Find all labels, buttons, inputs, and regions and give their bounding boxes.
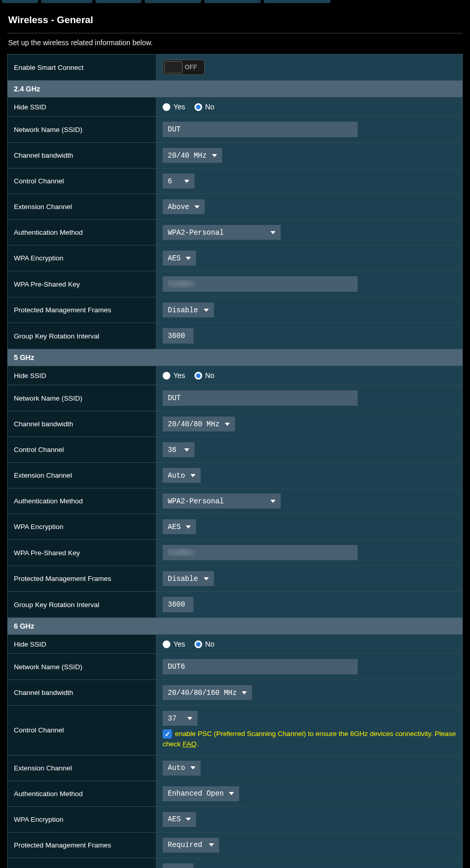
auth-label-24: Authentication Method	[8, 220, 156, 246]
chevron-down-icon	[186, 525, 191, 529]
psk-input-24[interactable]	[163, 276, 358, 292]
chevron-down-icon	[187, 717, 192, 720]
hide-ssid-label-24: Hide SSID	[8, 98, 156, 117]
config-table: Enable Smart Connect OFF 2.4 GHz Hide SS…	[7, 54, 463, 868]
page-subtitle: Set up the wireless related information …	[7, 39, 463, 47]
chevron-down-icon	[184, 448, 189, 451]
enc-label-6: WPA Encryption	[8, 806, 156, 832]
enc-select-5[interactable]: AES	[163, 519, 196, 534]
section-header-6: 6 GHz	[8, 618, 463, 635]
enc-select-6[interactable]: AES	[163, 812, 196, 827]
gkr-input-5[interactable]	[163, 597, 193, 612]
ssid-label-5: Network Name (SSID)	[8, 385, 156, 411]
psk-label-5: WPA Pre-Shared Key	[8, 540, 156, 566]
pmf-label-6: Protected Management Frames	[8, 832, 156, 858]
toggle-knob	[164, 61, 183, 73]
radio-yes[interactable]: Yes	[163, 103, 185, 111]
ctrl-select-24[interactable]: 6	[163, 174, 194, 188]
radio-yes[interactable]: Yes	[163, 371, 185, 380]
faq-link[interactable]: FAQ	[183, 740, 197, 748]
hide-ssid-label-5: Hide SSID	[8, 366, 156, 385]
enc-label-24: WPA Encryption	[8, 246, 156, 271]
chevron-down-icon	[204, 309, 209, 312]
enc-label-5: WPA Encryption	[8, 514, 156, 540]
gkr-label-5: Group Key Rotation Interval	[8, 592, 156, 618]
psc-note: ✓enable PSC (Preferred Scanning Channel)…	[163, 729, 456, 750]
bw-label-6: Channel bandwidth	[8, 680, 156, 706]
auth-select-5[interactable]: WPA2-Personal	[163, 494, 281, 508]
bw-label-5: Channel bandwidth	[8, 411, 156, 437]
auth-select-24[interactable]: WPA2-Personal	[163, 225, 281, 240]
bw-label-24: Channel bandwidth	[8, 143, 156, 168]
pmf-label-24: Protected Management Frames	[8, 297, 156, 323]
gkr-input-24[interactable]	[163, 328, 193, 344]
hide-ssid-radio-6[interactable]: Yes No	[163, 640, 456, 648]
psc-checkbox[interactable]: ✓	[163, 729, 172, 739]
chevron-down-icon	[225, 423, 230, 426]
ext-label-24: Extension Channel	[8, 194, 156, 220]
ssid-label-24: Network Name (SSID)	[8, 117, 156, 143]
smart-connect-label: Enable Smart Connect	[8, 54, 156, 81]
auth-label-5: Authentication Method	[8, 488, 156, 514]
ssid-label-6: Network Name (SSID)	[8, 654, 156, 680]
chevron-down-icon	[184, 180, 189, 183]
chevron-down-icon	[186, 818, 191, 821]
chevron-down-icon	[194, 205, 200, 209]
ctrl-label-24: Control Channel	[8, 168, 156, 194]
hide-ssid-radio-5[interactable]: Yes No	[163, 371, 456, 380]
chevron-down-icon	[190, 474, 195, 477]
chevron-down-icon	[270, 231, 276, 234]
gkr-label-6: Group Key Rotation Interval	[8, 858, 156, 868]
smart-connect-toggle[interactable]: OFF	[163, 60, 205, 75]
ext-select-5[interactable]: Auto	[163, 468, 201, 483]
pmf-select-24[interactable]: Disable	[163, 303, 214, 317]
chevron-down-icon	[190, 766, 195, 769]
auth-label-6: Authentication Method	[8, 781, 156, 806]
ctrl-label-5: Control Channel	[8, 437, 156, 463]
radio-no[interactable]: No	[194, 640, 214, 648]
bw-select-5[interactable]: 20/40/80 MHz	[163, 417, 235, 431]
ctrl-label-6: Control Channel	[8, 706, 156, 756]
ssid-input-24[interactable]	[163, 122, 358, 137]
ext-select-24[interactable]: Above	[163, 199, 205, 214]
section-header-24: 2.4 GHz	[8, 81, 463, 98]
radio-yes[interactable]: Yes	[163, 640, 185, 648]
psk-label-24: WPA Pre-Shared Key	[8, 271, 156, 297]
chevron-down-icon	[242, 691, 247, 694]
chevron-down-icon	[204, 577, 209, 580]
enc-select-24[interactable]: AES	[163, 251, 196, 266]
ext-label-5: Extension Channel	[8, 463, 156, 488]
chevron-down-icon	[229, 792, 234, 795]
ext-select-6[interactable]: Auto	[163, 761, 201, 776]
bw-select-6[interactable]: 20/40/80/160 MHz	[163, 685, 252, 700]
auth-select-6[interactable]: Enhanced Open	[163, 786, 239, 801]
page-title: Wireless - General	[7, 11, 463, 33]
chevron-down-icon	[186, 257, 191, 260]
ssid-input-6[interactable]	[163, 659, 358, 674]
pmf-select-5[interactable]: Disable	[163, 571, 214, 586]
radio-no[interactable]: No	[194, 371, 214, 380]
psk-input-5[interactable]	[163, 545, 358, 560]
ctrl-select-6[interactable]: 37	[163, 711, 198, 726]
bw-select-24[interactable]: 20/40 MHz	[163, 148, 222, 163]
radio-no[interactable]: No	[194, 103, 214, 111]
hide-ssid-label-6: Hide SSID	[8, 635, 156, 654]
ext-label-6: Extension Channel	[8, 755, 156, 781]
chevron-down-icon	[209, 843, 214, 846]
chevron-down-icon	[270, 500, 276, 503]
toggle-state: OFF	[185, 64, 197, 71]
divider	[7, 33, 463, 33]
pmf-select-6[interactable]: Required	[163, 838, 219, 853]
ctrl-select-5[interactable]: 36	[163, 442, 194, 457]
tabs-strip	[0, 0, 470, 4]
ssid-input-5[interactable]	[163, 390, 358, 406]
section-header-5: 5 GHz	[8, 349, 463, 366]
gkr-label-24: Group Key Rotation Interval	[8, 323, 156, 349]
chevron-down-icon	[212, 154, 217, 157]
pmf-label-5: Protected Management Frames	[8, 566, 156, 592]
hide-ssid-radio-24[interactable]: Yes No	[163, 103, 456, 111]
gkr-input-6[interactable]	[163, 863, 193, 869]
